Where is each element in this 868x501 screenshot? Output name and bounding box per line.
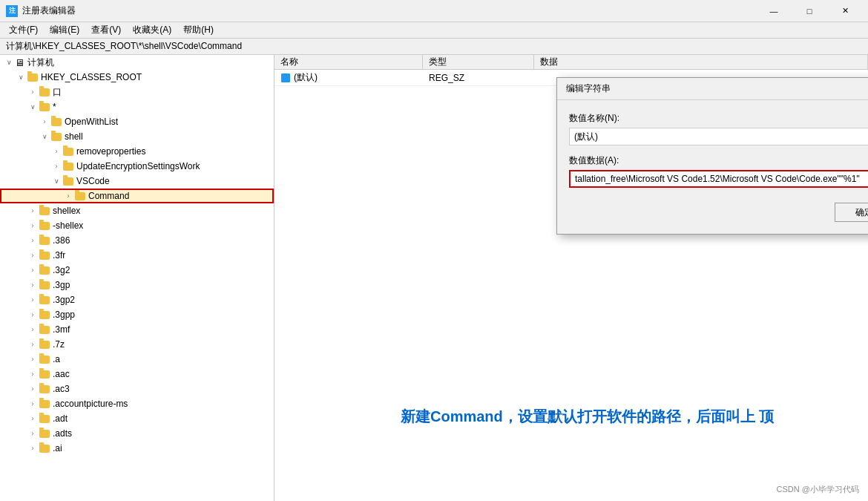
reg-name-cell: (默认) xyxy=(274,71,423,84)
app-icon: 注 xyxy=(6,5,18,17)
expand-icon[interactable]: › xyxy=(27,86,39,98)
tree-item[interactable]: ›.ai xyxy=(0,441,274,456)
expand-icon[interactable]: › xyxy=(62,190,74,202)
tree-item[interactable]: ›.3g2 xyxy=(0,263,274,278)
expand-icon[interactable]: › xyxy=(27,220,39,232)
dialog-body: 数值名称(N): 数值数据(A): 确定 取消 xyxy=(557,100,868,234)
tree-item[interactable]: ∨HKEY_CLASSES_ROOT xyxy=(0,70,274,85)
tree-item[interactable]: ›.aac xyxy=(0,367,274,382)
expand-icon[interactable]: › xyxy=(50,160,62,172)
folder-icon xyxy=(39,338,50,350)
folder-icon xyxy=(39,235,50,246)
expand-icon[interactable]: › xyxy=(27,413,39,425)
expand-icon[interactable]: › xyxy=(39,116,50,128)
expand-icon[interactable]: › xyxy=(27,294,39,306)
folder-icon xyxy=(39,264,50,276)
folder-icon xyxy=(62,160,74,172)
expand-icon[interactable]: ∨ xyxy=(39,131,50,143)
data-label: 数值数据(A): xyxy=(569,154,868,167)
col-header-name: 名称 xyxy=(274,55,423,69)
tree-item[interactable]: ›.accountpicture-ms xyxy=(0,396,274,411)
menu-item[interactable]: 编辑(E) xyxy=(44,22,85,38)
tree-item[interactable]: ›.a xyxy=(0,352,274,367)
tree-item[interactable]: ›.386 xyxy=(0,233,274,248)
tree-item-label: 计算机 xyxy=(27,56,54,69)
tree-item[interactable]: ›.3fr xyxy=(0,248,274,263)
expand-icon[interactable]: ∨ xyxy=(50,175,62,187)
expand-icon[interactable]: ∨ xyxy=(3,56,15,68)
tree-item[interactable]: ›.adt xyxy=(0,411,274,426)
folder-icon xyxy=(39,249,50,261)
name-input[interactable] xyxy=(569,128,868,145)
expand-icon[interactable]: › xyxy=(27,383,39,395)
tree-item[interactable]: ›OpenWithList xyxy=(0,114,274,129)
expand-icon[interactable]: ∨ xyxy=(27,101,39,113)
expand-icon[interactable]: › xyxy=(50,145,62,157)
tree-item-label: .aac xyxy=(53,369,70,379)
folder-icon xyxy=(62,175,74,187)
tree-item[interactable]: ›shellex xyxy=(0,203,274,218)
edit-string-dialog: 编辑字符串 ✕ 数值名称(N): 数值数据(A): 确定 取消 xyxy=(556,77,868,235)
tree-item[interactable]: ∨🖥计算机 xyxy=(0,55,274,70)
tree-item[interactable]: ›removeproperties xyxy=(0,144,274,159)
tree-item-label: removeproperties xyxy=(76,146,145,157)
expand-icon[interactable]: ∨ xyxy=(15,71,27,83)
tree-item[interactable]: ›Command xyxy=(0,189,274,203)
expand-icon[interactable]: › xyxy=(27,428,39,439)
folder-icon xyxy=(74,190,86,202)
tree-item-label: * xyxy=(53,102,56,112)
expand-icon[interactable]: › xyxy=(27,235,39,246)
dialog-buttons: 确定 取消 xyxy=(569,203,868,222)
app-title: 注册表编辑器 xyxy=(22,4,757,17)
tree-item-label: .3gp2 xyxy=(53,295,75,305)
tree-item-label: OpenWithList xyxy=(65,117,118,127)
expand-icon[interactable]: › xyxy=(27,353,39,365)
expand-icon[interactable]: › xyxy=(27,309,39,321)
expand-icon[interactable]: › xyxy=(27,338,39,350)
tree-item[interactable]: ∨VSCode xyxy=(0,174,274,189)
tree-item[interactable]: ›.3gp2 xyxy=(0,292,274,307)
menu-item[interactable]: 收藏夹(A) xyxy=(127,22,177,38)
expand-icon[interactable]: › xyxy=(27,442,39,454)
expand-icon[interactable]: › xyxy=(27,324,39,335)
folder-icon xyxy=(39,86,50,98)
tree-item-label: .ai xyxy=(53,443,62,453)
tree-item[interactable]: ›-shellex xyxy=(0,218,274,233)
tree-item-label: .accountpicture-ms xyxy=(53,399,128,409)
tree-item[interactable]: ›.3mf xyxy=(0,322,274,337)
tree-item-label: UpdateEncryptionSettingsWork xyxy=(76,161,200,171)
expand-icon[interactable]: › xyxy=(27,264,39,276)
tree-panel[interactable]: ∨🖥计算机∨HKEY_CLASSES_ROOT›口∨*›OpenWithList… xyxy=(0,55,274,501)
reg-type-cell: REG_SZ xyxy=(423,73,534,83)
address-bar: 计算机\HKEY_CLASSES_ROOT\*\shell\VSCode\Com… xyxy=(0,39,868,55)
folder-icon xyxy=(39,324,50,335)
tree-item-label: shell xyxy=(65,131,83,142)
tree-item[interactable]: ›.3gp xyxy=(0,278,274,292)
expand-icon[interactable]: › xyxy=(27,249,39,261)
menu-item[interactable]: 文件(F) xyxy=(3,22,44,38)
menu-item[interactable]: 帮助(H) xyxy=(177,22,220,38)
tree-item[interactable]: ∨shell xyxy=(0,129,274,144)
tree-item[interactable]: ›.ac3 xyxy=(0,382,274,396)
maximize-button[interactable]: □ xyxy=(792,0,826,22)
expand-icon[interactable]: › xyxy=(27,398,39,410)
folder-icon xyxy=(39,309,50,321)
menu-item[interactable]: 查看(V) xyxy=(85,22,127,38)
tree-item-label: .3gp xyxy=(53,280,70,290)
dialog-title-bar: 编辑字符串 ✕ xyxy=(557,78,868,100)
expand-icon[interactable]: › xyxy=(27,368,39,380)
expand-icon[interactable]: › xyxy=(27,279,39,291)
data-input[interactable] xyxy=(569,170,868,188)
title-bar: 注 注册表编辑器 — □ ✕ xyxy=(0,0,868,22)
minimize-button[interactable]: — xyxy=(757,0,791,22)
tree-item[interactable]: ›UpdateEncryptionSettingsWork xyxy=(0,159,274,174)
tree-item-label: 口 xyxy=(53,86,62,99)
tree-item[interactable]: ›口 xyxy=(0,85,274,99)
close-button[interactable]: ✕ xyxy=(828,0,862,22)
tree-item[interactable]: ›.7z xyxy=(0,337,274,352)
tree-item[interactable]: ∨* xyxy=(0,99,274,114)
tree-item[interactable]: ›.3gpp xyxy=(0,307,274,322)
expand-icon[interactable]: › xyxy=(27,205,39,217)
tree-item[interactable]: ›.adts xyxy=(0,426,274,441)
ok-button[interactable]: 确定 xyxy=(835,203,868,222)
